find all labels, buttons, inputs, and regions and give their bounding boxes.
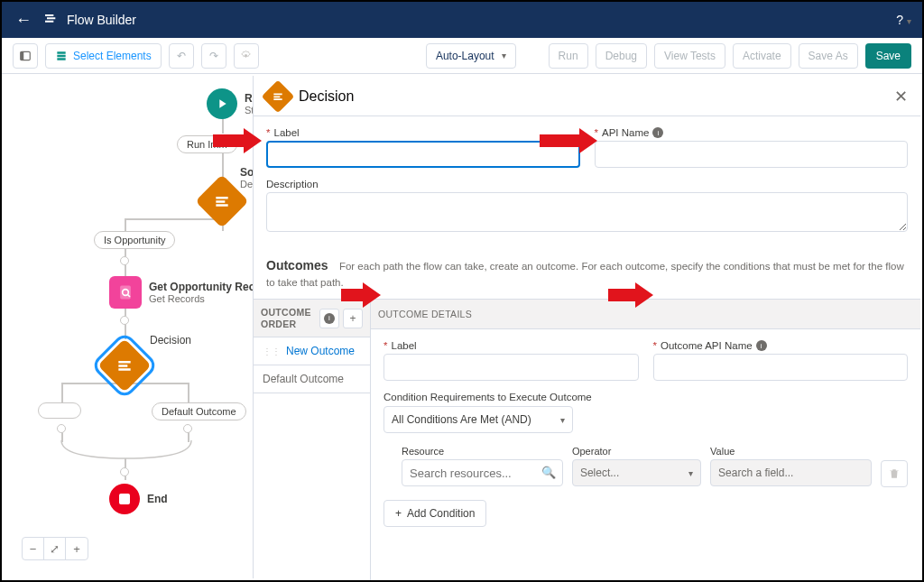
add-condition-label: Add Condition [407,507,475,520]
decision-label-input[interactable] [266,141,580,168]
back-button[interactable]: ← [13,11,34,30]
panel-title: Decision [299,88,354,105]
view-tests-button[interactable]: View Tests [654,43,725,69]
outcomes-desc: For each path the flow can take, create … [266,261,904,288]
outcome-api-input[interactable] [653,354,909,381]
page-title: Flow Builder [67,13,136,27]
layout-mode-label: Auto-Layout [436,50,494,62]
decision-label: Decision [150,334,191,346]
decision-apiname-input[interactable] [595,141,909,168]
resource-label: Resource [402,446,563,457]
add-node-circle-4[interactable] [183,424,192,433]
operator-label: Operator [572,446,701,457]
decision-node-selected[interactable] [97,338,151,392]
cond-req-label: Condition Requirements to Execute Outcom… [383,392,908,402]
layout-mode-dropdown[interactable]: Auto-Layout ▾ [426,43,516,69]
add-outcome-button[interactable]: + [343,309,363,328]
apiname-field-label: API Name [602,127,649,138]
select-elements-label: Select Elements [73,50,152,62]
help-menu[interactable]: ? ▾ [896,13,911,27]
search-icon: 🔍 [541,466,556,479]
close-panel-button[interactable]: ✕ [894,87,908,106]
value-label: Value [710,446,872,457]
default-outcome-pill[interactable]: Default Outcome [152,402,246,420]
toolbar: Select Elements ↶ ↷ Auto-Layout ▾ Run De… [2,38,922,74]
decision-description-input[interactable] [266,192,908,232]
info-icon[interactable]: i [652,127,663,138]
label-field-label: Label [273,127,299,138]
get-records-node[interactable] [109,276,142,309]
toggle-sidebar-button[interactable] [13,43,38,69]
end-label: End [147,493,168,505]
add-condition-button[interactable]: +Add Condition [383,500,486,527]
description-label: Description [266,179,319,189]
zoom-out-button[interactable]: − [23,538,44,559]
undo-button[interactable]: ↶ [169,43,194,69]
redo-button[interactable]: ↷ [201,43,226,69]
save-button[interactable]: Save [865,43,911,69]
svg-rect-1 [21,51,24,60]
add-node-circle-3[interactable] [57,424,66,433]
add-node-circle-5[interactable] [120,467,129,476]
value-placeholder: Search a field... [718,467,793,479]
outcome-pill-left[interactable] [38,402,81,419]
value-input[interactable]: Search a field... [710,459,872,486]
activate-button[interactable]: Activate [733,43,791,69]
decision-icon [262,80,295,114]
outcome-order-title: OUTCOME ORDER [261,307,311,329]
outcome-api-label: Outcome API Name [661,340,753,351]
run-immediately-pill[interactable]: Run Imm [177,135,237,153]
resource-input[interactable] [402,459,563,486]
zoom-in-button[interactable]: + [66,538,88,559]
outcome-label-label: Label [391,340,416,351]
decision-panel: Decision ✕ *Label *API Name i Descriptio… [253,76,920,578]
outcome-details-title: OUTCOME DETAILS [371,299,920,329]
run-button[interactable]: Run [549,43,588,69]
select-elements-button[interactable]: Select Elements [45,43,162,69]
decision-node-1[interactable] [195,174,248,227]
new-outcome-label: New Outcome [286,345,355,357]
condition-mode-value: All Conditions Are Met (AND) [392,413,531,426]
condition-mode-select[interactable]: All Conditions Are Met (AND) ▾ [383,406,573,433]
debug-button[interactable]: Debug [596,43,647,69]
outcomes-title: Outcomes [266,258,328,273]
operator-select[interactable]: Select... ▾ [572,459,701,486]
outcome-info-button[interactable]: i [319,309,339,328]
zoom-controls: − ⤢ + [22,537,88,560]
drag-icon: ⋮⋮ [263,346,281,356]
outcome-item-default[interactable]: Default Outcome [254,365,370,393]
flow-icon [43,11,58,29]
save-as-button[interactable]: Save As [799,43,858,69]
add-node-circle[interactable] [120,256,129,265]
outcome-item-new[interactable]: ⋮⋮ New Outcome [254,337,370,365]
default-outcome-label: Default Outcome [263,373,344,385]
zoom-fit-button[interactable]: ⤢ [44,538,66,559]
add-node-circle-2[interactable] [120,316,129,325]
operator-placeholder: Select... [580,467,619,479]
is-opportunity-pill[interactable]: Is Opportunity [94,231,175,249]
end-node[interactable] [109,484,140,514]
delete-condition-button[interactable] [881,460,908,487]
settings-button[interactable] [234,43,259,69]
start-node[interactable] [207,88,237,119]
info-icon[interactable]: i [756,340,767,351]
outcome-label-input[interactable] [383,354,639,381]
outcome-order-panel: OUTCOME ORDER i + ⋮⋮ New Outcome Default… [254,299,371,582]
